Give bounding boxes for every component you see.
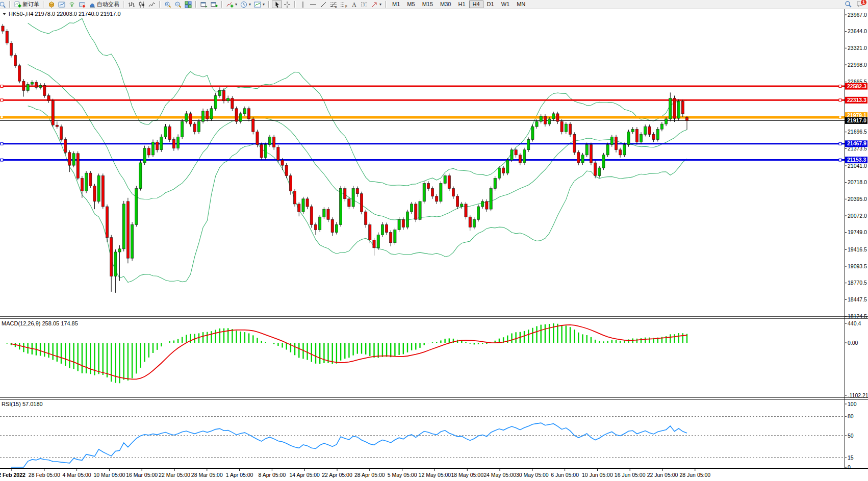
timeframe-h4-button[interactable]: H4 — [469, 1, 483, 8]
cursor-tool-button[interactable] — [272, 1, 282, 8]
time-axis[interactable]: 2 Feb 202228 Feb 05:004 Mar 05:0010 Mar … — [0, 469, 710, 478]
rsi-label: RSI(15) 57.0180 — [2, 401, 43, 407]
rsi-levels — [0, 417, 845, 458]
svg-text:30 May 05:00: 30 May 05:00 — [516, 472, 549, 478]
market-watch-button[interactable] — [46, 1, 57, 9]
macd-label: MACD(12,26,9) 258.05 174.85 — [2, 320, 78, 326]
svg-text:F: F — [345, 5, 347, 8]
fibonacci-retracement-tool-button[interactable]: E — [328, 1, 339, 9]
svg-text:18770.5: 18770.5 — [848, 280, 867, 286]
chevron-down-icon: ▾ — [263, 2, 265, 7]
level-handles-layer[interactable] — [1, 85, 841, 162]
text-tool-button[interactable]: A — [349, 1, 359, 9]
autotrade-button[interactable]: 自动交易 — [87, 1, 121, 9]
svg-text:-1102.21: -1102.21 — [848, 392, 868, 398]
zoom-out-button[interactable] — [173, 1, 183, 9]
arrows-shapes-tool-button[interactable]: ▾ — [369, 1, 383, 9]
market-cube-icon — [48, 1, 55, 8]
period-clock-icon — [240, 1, 247, 8]
svg-text:80: 80 — [848, 413, 854, 419]
chevron-down-icon: ▾ — [235, 2, 237, 7]
toolbar-left-groups: 新订单自动交易▾▾▾EFAT▾M1M5M15M30H1H4D1W1MN — [0, 1, 529, 9]
svg-text:12 May 05:00: 12 May 05:00 — [419, 472, 451, 478]
text-a-icon: A — [350, 1, 358, 8]
cascade-windows-button[interactable] — [209, 1, 219, 9]
svg-text:23967.0: 23967.0 — [848, 12, 867, 18]
toolbar-separator — [195, 1, 197, 8]
toolbar-separator — [221, 1, 223, 8]
svg-text:22313.3: 22313.3 — [847, 97, 866, 103]
svg-text:4 Mar 05:00: 4 Mar 05:00 — [63, 472, 91, 478]
crosshair-tool-button[interactable] — [282, 1, 292, 9]
svg-text:22998.0: 22998.0 — [848, 62, 867, 68]
candle-chart-icon — [138, 1, 145, 8]
indicators-menu-button[interactable]: ▾ — [225, 1, 239, 9]
svg-text:28 Mar 05:00: 28 Mar 05:00 — [191, 472, 223, 478]
trendline-tool-button[interactable] — [318, 1, 328, 9]
svg-text:20072.0: 20072.0 — [848, 213, 867, 219]
zoom-in-button[interactable] — [163, 1, 173, 9]
terminal-alert-icon — [79, 1, 86, 8]
svg-text:19416.5: 19416.5 — [848, 246, 867, 252]
timeframe-h1-button[interactable]: H1 — [454, 1, 469, 8]
price-axis[interactable]: 23967.023644.023321.022998.022665.521696… — [845, 12, 868, 470]
bar-chart-button[interactable] — [126, 1, 137, 9]
terminal-button[interactable] — [77, 1, 87, 9]
vertical-line-tool-button[interactable] — [298, 1, 308, 9]
timeframe-m5-button[interactable]: M5 — [403, 1, 418, 8]
timeframe-w1-button[interactable]: W1 — [498, 1, 514, 8]
auto-arrange-button[interactable] — [199, 1, 209, 9]
svg-text:50: 50 — [848, 433, 854, 439]
svg-text:22 Jun 05:00: 22 Jun 05:00 — [647, 472, 678, 478]
svg-text:23321.0: 23321.0 — [848, 45, 867, 51]
symbol-label[interactable]: HK50-,H4 21978.0 22003.0 21740.0 21917.0 — [3, 11, 121, 17]
data-window-button[interactable] — [57, 1, 67, 9]
periods-menu-button[interactable]: ▾ — [239, 1, 252, 9]
horizontal-levels-layer[interactable] — [0, 86, 845, 160]
toolbar: 新订单自动交易▾▾▾EFAT▾M1M5M15M30H1H4D1W1MN 1 — [0, 0, 868, 9]
timeframe-mn-button[interactable]: MN — [513, 1, 529, 8]
new-order-button[interactable]: 新订单 — [13, 1, 41, 9]
fibonacci-expansion-tool-button[interactable]: F — [339, 1, 349, 9]
svg-text:10 Jun 05:00: 10 Jun 05:00 — [582, 472, 613, 478]
text-label-tool-button[interactable]: T — [359, 1, 369, 9]
horizontal-line-tool-button[interactable] — [308, 1, 318, 9]
timeframe-m15-button[interactable]: M15 — [419, 1, 437, 8]
template-chart-icon — [254, 1, 261, 8]
svg-text:21696.5: 21696.5 — [848, 129, 867, 135]
toolbar-separator — [268, 1, 270, 8]
bar-chart-icon — [128, 1, 135, 8]
label-t-icon: T — [361, 1, 368, 8]
timeframe-m30-button[interactable]: M30 — [437, 1, 454, 8]
svg-text:21153.3: 21153.3 — [847, 157, 866, 163]
left-edge-magnifier-icon[interactable] — [0, 1, 7, 9]
autotrade-icon — [89, 1, 96, 8]
rsi-line — [11, 423, 687, 467]
vline-icon — [299, 1, 307, 8]
svg-text:28 Jun 05:00: 28 Jun 05:00 — [679, 472, 710, 478]
chat-icon[interactable]: 1 — [857, 1, 864, 9]
timeframe-m1-button[interactable]: M1 — [389, 1, 403, 8]
svg-text:E: E — [335, 5, 337, 8]
svg-text:0.00: 0.00 — [848, 340, 858, 346]
line-chart-button[interactable] — [147, 1, 157, 9]
chart-canvas[interactable]: HK50-,H4 21978.0 22003.0 21740.0 21917.0… — [0, 9, 868, 481]
line-chart-icon — [148, 1, 156, 8]
svg-text:21041.0: 21041.0 — [848, 163, 867, 169]
timeframe-d1-button[interactable]: D1 — [483, 1, 498, 8]
svg-text:8 Apr 05:00: 8 Apr 05:00 — [259, 472, 286, 478]
svg-text:21467.9: 21467.9 — [847, 140, 866, 146]
toolbar-right: 1 — [845, 1, 864, 9]
chevron-down-icon: ▾ — [379, 2, 381, 7]
zoom-in-icon — [164, 1, 171, 8]
macd-histogram — [3, 323, 687, 383]
templates-menu-button[interactable]: ▾ — [252, 1, 266, 9]
strategy-navigator-button[interactable] — [67, 1, 77, 9]
tile-windows-button[interactable] — [183, 1, 193, 9]
candlestick-chart-button[interactable] — [137, 1, 147, 9]
trendline-icon — [320, 1, 327, 8]
new-order-icon — [14, 1, 21, 8]
search-icon[interactable] — [845, 1, 852, 9]
svg-text:19093.5: 19093.5 — [848, 263, 867, 269]
svg-text:18124.5: 18124.5 — [848, 313, 867, 319]
